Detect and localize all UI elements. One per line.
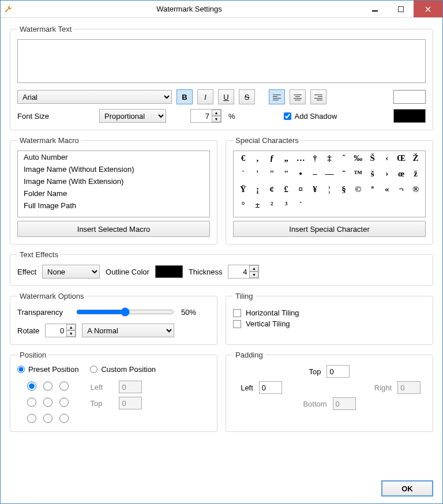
watermark-text-input[interactable] [17, 39, 426, 83]
special-char[interactable]: © [352, 185, 364, 199]
font-size-mode-select[interactable]: Proportional [99, 109, 166, 123]
rotate-down[interactable]: ▼ [66, 330, 76, 337]
special-char[interactable]: ` [237, 169, 249, 183]
preset-position-cell[interactable] [59, 380, 69, 392]
special-char[interactable]: ¡ [251, 185, 264, 199]
flip-select[interactable]: A Normal [82, 324, 174, 337]
special-char[interactable]: Ÿ [237, 185, 249, 199]
special-char[interactable]: – [309, 169, 321, 183]
custom-position-radio[interactable]: Custom Position [90, 365, 156, 374]
special-char[interactable]: — [324, 169, 336, 183]
align-center-button[interactable] [290, 89, 306, 104]
special-char[interactable]: ± [251, 200, 264, 215]
special-char[interactable]: € [237, 153, 249, 168]
close-button[interactable] [414, 1, 442, 17]
special-char[interactable]: , [251, 153, 264, 168]
special-char[interactable]: ª [366, 185, 378, 199]
shadow-color-swatch[interactable] [393, 109, 426, 123]
special-char[interactable]: " [280, 169, 292, 183]
special-char[interactable]: š [366, 169, 378, 183]
rotate-value[interactable] [46, 324, 66, 337]
special-char[interactable]: ¤ [295, 185, 307, 199]
special-char[interactable]: ƒ [266, 153, 278, 168]
special-char[interactable]: « [381, 185, 393, 199]
special-char[interactable]: ž [410, 169, 422, 183]
special-char[interactable]: ´ [295, 200, 307, 215]
font-size-stepper[interactable]: ▲▼ [190, 109, 222, 123]
special-char[interactable]: ˜ [337, 169, 350, 183]
align-right-button[interactable] [310, 89, 326, 104]
preset-position-cell[interactable] [43, 396, 52, 408]
maximize-button[interactable] [388, 1, 414, 17]
special-char[interactable]: ¬ [395, 185, 407, 199]
special-char[interactable]: § [337, 185, 350, 199]
special-char[interactable]: ¥ [309, 185, 321, 199]
preset-position-cell[interactable] [43, 380, 52, 392]
special-char[interactable]: ‰ [352, 153, 364, 168]
align-left-button[interactable] [269, 89, 285, 104]
special-char[interactable]: Š [366, 153, 378, 168]
font-size-up[interactable]: ▲ [212, 110, 221, 116]
special-char[interactable]: ³ [280, 200, 292, 215]
special-char[interactable]: ˆ [337, 153, 350, 168]
outline-color-swatch[interactable] [155, 265, 183, 278]
list-item[interactable]: Image Name (Without Extension) [18, 163, 209, 175]
special-char[interactable]: ™ [352, 169, 364, 183]
special-char[interactable]: … [295, 153, 307, 168]
rotate-up[interactable]: ▲ [66, 324, 76, 330]
font-size-value[interactable] [191, 110, 212, 122]
italic-button[interactable]: I [197, 89, 213, 104]
text-color-swatch[interactable] [393, 90, 426, 104]
special-char[interactable]: ® [410, 185, 422, 199]
insert-macro-button[interactable]: Insert Selected Macro [17, 221, 210, 237]
special-char[interactable]: £ [280, 185, 292, 199]
special-char[interactable]: ' [251, 169, 264, 183]
horizontal-tiling-checkbox[interactable]: Horizontal Tiling [233, 309, 426, 317]
insert-char-button[interactable]: Insert Special Character [233, 221, 426, 237]
special-char[interactable]: œ [395, 169, 407, 183]
special-char[interactable]: › [381, 169, 393, 183]
list-item[interactable]: Image Name (With Extension) [18, 175, 209, 187]
special-char[interactable]: ¢ [266, 185, 278, 199]
preset-position-cell[interactable] [27, 380, 36, 392]
special-char[interactable]: ‡ [324, 153, 336, 168]
underline-button[interactable]: U [218, 89, 234, 104]
vertical-tiling-checkbox[interactable]: Vertical Tiling [233, 319, 426, 328]
special-char[interactable]: " [266, 169, 278, 183]
preset-position-cell[interactable] [59, 412, 69, 424]
preset-position-cell[interactable] [59, 396, 69, 408]
special-char[interactable]: Ž [410, 153, 422, 168]
list-item[interactable]: Full Image Path [18, 200, 209, 212]
bold-button[interactable]: B [177, 89, 193, 104]
padding-left-input[interactable] [259, 381, 282, 394]
ok-button[interactable]: OK [381, 480, 433, 497]
special-char[interactable]: ‹ [381, 153, 393, 168]
special-char[interactable]: ° [237, 200, 249, 215]
list-item[interactable]: Auto Number [18, 151, 209, 163]
minimize-button[interactable] [362, 1, 388, 17]
thickness-stepper[interactable]: ▲▼ [228, 265, 259, 279]
transparency-slider[interactable] [76, 307, 174, 317]
special-char[interactable]: „ [280, 153, 292, 168]
preset-position-radio[interactable]: Preset Position [17, 365, 78, 374]
macro-listbox[interactable]: Auto NumberImage Name (Without Extension… [17, 151, 210, 217]
special-char[interactable]: ¦ [324, 185, 336, 199]
special-chars-grid[interactable]: €,ƒ„…†‡ˆ‰Š‹ŒŽ`'""•–—˜™š›œžŸ¡¢£¤¥¦§©ª«¬®°… [233, 151, 426, 217]
thickness-value[interactable] [228, 265, 249, 278]
add-shadow-checkbox[interactable]: Add Shadow [284, 112, 337, 121]
special-char[interactable]: ² [266, 200, 278, 215]
thickness-down[interactable]: ▼ [249, 272, 258, 278]
strikethrough-button[interactable]: S [239, 89, 255, 104]
thickness-up[interactable]: ▲ [249, 265, 258, 272]
special-char[interactable]: † [309, 153, 321, 168]
rotate-stepper[interactable]: ▲▼ [45, 324, 76, 337]
special-char[interactable]: Œ [395, 153, 407, 168]
special-char[interactable]: • [295, 169, 307, 183]
preset-position-cell[interactable] [27, 396, 36, 408]
font-size-down[interactable]: ▼ [212, 116, 221, 122]
effect-select[interactable]: None [42, 265, 100, 279]
preset-position-cell[interactable] [43, 412, 52, 424]
padding-top-input[interactable] [326, 365, 350, 378]
font-family-select[interactable]: Arial [17, 90, 172, 104]
preset-position-cell[interactable] [27, 412, 36, 424]
